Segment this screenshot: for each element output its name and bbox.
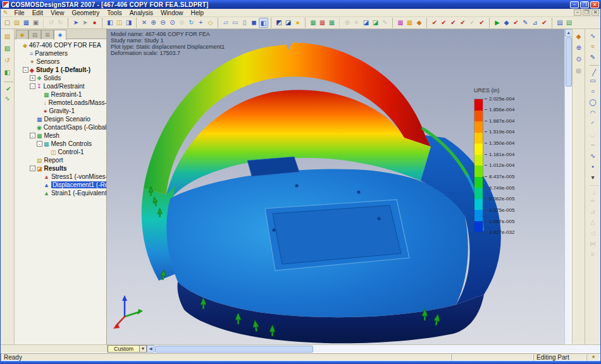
tree-expander[interactable]: - [30, 83, 35, 89]
tree-expander[interactable]: - [30, 166, 35, 171]
pattern-icon[interactable]: △ [588, 217, 598, 228]
three-point-arc-icon[interactable]: ◡ [588, 130, 598, 140]
lights-icon[interactable]: ● [293, 18, 302, 28]
study-tool-1-icon[interactable]: ✔ [426, 18, 439, 28]
undo-icon[interactable]: ↺ [43, 18, 56, 28]
chart-options-icon[interactable]: ▦ [405, 18, 414, 28]
tree-item-gravity-1[interactable]: ●Gravity-1 [15, 107, 106, 115]
featuremanager-tab[interactable]: ◆ [16, 30, 28, 39]
angle-tool-icon[interactable]: ⊿ [530, 18, 540, 28]
plot-tool-2-icon[interactable]: ▦ [318, 18, 327, 28]
menu-item[interactable]: Analysis [126, 9, 157, 16]
analysismanager-tab[interactable]: ◈ [54, 30, 66, 40]
study-tool-8-icon[interactable]: ✔ [540, 18, 549, 28]
menu-item[interactable]: Help [187, 9, 208, 16]
plot-tool-1-icon[interactable]: ▦ [305, 18, 318, 28]
select-filter-icon[interactable]: ➤ [80, 18, 90, 28]
more-tools-arrow-icon[interactable]: ▾ [588, 173, 598, 183]
material-icon[interactable]: ◆ [414, 18, 424, 28]
horizontal-scroll-thumb[interactable] [155, 346, 313, 353]
zoom-area-icon[interactable]: ⊕ [574, 43, 583, 53]
part-tool-1-icon[interactable]: ▧ [3, 32, 12, 42]
plot-settings-icon[interactable]: ▦ [392, 18, 405, 28]
horizontal-scrollbar[interactable]: ◀ [147, 345, 600, 353]
record-icon[interactable]: ● [90, 18, 99, 28]
minimize-button[interactable]: − [570, 1, 579, 8]
part-tool-2-icon[interactable]: ▧ [3, 44, 12, 54]
scroll-left-arrow-icon[interactable]: ◀ [147, 345, 154, 353]
configurationmanager-tab[interactable]: ⊞ [41, 30, 54, 39]
zoom-out-icon[interactable]: ⊖ [158, 18, 168, 28]
menu-item[interactable]: Geometry [68, 9, 103, 16]
pan-icon[interactable]: + [196, 18, 206, 28]
study-tool-2-icon[interactable]: ✔ [439, 18, 449, 28]
tree-item-load-restraint[interactable]: -↧Load/Restraint [15, 82, 106, 90]
save-icon[interactable]: ▦ [22, 18, 31, 28]
ellipse-icon[interactable]: ◯ [588, 97, 598, 107]
graphics-viewport[interactable]: Model name: 467-406 COPY FOR FEAStudy na… [107, 29, 564, 344]
study-tool-5-icon[interactable]: ✔ [468, 18, 477, 28]
circle-icon[interactable]: ○ [588, 87, 598, 97]
tree-item-report[interactable]: ▤Report [15, 156, 106, 164]
shaded-model-icon[interactable]: ◆ [574, 32, 583, 42]
tree-item-parameters[interactable]: ≡Parameters [15, 49, 106, 58]
menu-item[interactable]: Tools [103, 9, 125, 16]
config-dropdown[interactable]: Custom ▼ [108, 345, 147, 353]
convert-entities-icon[interactable]: ≡ [588, 250, 598, 260]
annotate-icon[interactable]: ✎ [380, 18, 390, 28]
tangent-arc-icon[interactable]: ◜ [588, 119, 598, 129]
add-relation-icon[interactable]: ≃ [588, 196, 598, 206]
child-restore-button[interactable]: ❐ [583, 9, 590, 16]
vertical-scrollbar[interactable]: ▲ [564, 29, 572, 344]
sketch-icon[interactable]: ✎ [588, 52, 598, 63]
report-tool-2-icon[interactable]: ▤ [564, 18, 574, 28]
study-tool-6-icon[interactable]: ✔ [477, 18, 486, 28]
trim-icon[interactable]: ⋈ [588, 239, 598, 249]
restore-button[interactable]: ❐ [580, 1, 589, 8]
close-button[interactable]: ✕ [590, 1, 599, 8]
iso-clipping-icon[interactable]: ◪ [371, 18, 380, 28]
tree-item-stress1[interactable]: ▲Stress1 (-vonMises-) [15, 173, 106, 181]
loupe-icon[interactable]: ◎ [574, 66, 583, 76]
tree-item-solids[interactable]: +❖Solids [15, 74, 106, 82]
perspective-icon[interactable]: ◪ [283, 18, 293, 28]
zoom-tool-icon[interactable]: ⊙ [574, 54, 583, 64]
chevron-down-icon[interactable]: ▼ [139, 346, 146, 352]
edit-definition-icon[interactable]: ✎ [521, 18, 530, 28]
tree-item-study1[interactable]: -◈Study 1 (-Default-) [15, 66, 106, 74]
report-tool-1-icon[interactable]: ▤ [552, 18, 564, 28]
tree-expander[interactable]: - [23, 67, 28, 73]
shaded-icon[interactable]: ◼ [249, 18, 259, 28]
tree-item-displacement1[interactable]: ▲Displacement1 (-Res disp-) [15, 181, 106, 189]
tree-item-strain1[interactable]: ▲Strain1 (-Equivalent-) [15, 189, 106, 197]
check-tool-icon[interactable]: ✔ [4, 82, 13, 92]
section-clipping-icon[interactable]: ◪ [361, 18, 371, 28]
tree-item-sensors[interactable]: ✦Sensors [15, 58, 106, 66]
scroll-up-arrow-icon[interactable]: ▲ [565, 29, 573, 37]
new-document-icon[interactable]: ▢ [3, 18, 12, 28]
study-tool-7-icon[interactable]: ✔ [511, 18, 521, 28]
line-icon[interactable]: ╱ [590, 65, 599, 75]
rotate-view-icon[interactable]: ↻ [187, 18, 196, 28]
curve-tool-icon[interactable]: ∿ [3, 94, 12, 104]
print-icon[interactable]: ▣ [31, 18, 40, 28]
spline-icon[interactable]: ∿ [588, 31, 598, 41]
centerpoint-arc-icon[interactable]: ◠ [588, 108, 598, 118]
study-tool-3-icon[interactable]: ✔ [449, 18, 458, 28]
design-check-icon[interactable]: ◆ [502, 18, 511, 28]
centerline-icon[interactable]: ┄ [588, 140, 598, 150]
wireframe-icon[interactable]: ▱ [218, 18, 230, 28]
spline-2-icon[interactable]: ∿ [588, 151, 598, 161]
fit-spline-icon[interactable]: ≈ [588, 42, 598, 52]
section-view-icon[interactable]: ◩ [271, 18, 283, 28]
part-tool-3-icon[interactable]: ◧ [3, 68, 12, 78]
propertymanager-tab[interactable]: ▤ [28, 30, 41, 39]
view-settings-icon[interactable]: ◨ [124, 18, 133, 28]
tree-item-control-1[interactable]: ◫Control-1 [15, 148, 106, 156]
tree-expander[interactable]: - [30, 133, 35, 138]
vertical-scroll-thumb[interactable] [566, 37, 572, 87]
offset-icon[interactable]: ◁ [588, 228, 598, 238]
redo-icon[interactable]: ↻ [56, 18, 65, 28]
mirror-icon[interactable]: ⊿ [588, 207, 598, 217]
tree-item-contact-gaps[interactable]: ◉Contact/Gaps (-Global: Bonded-) [15, 123, 106, 131]
